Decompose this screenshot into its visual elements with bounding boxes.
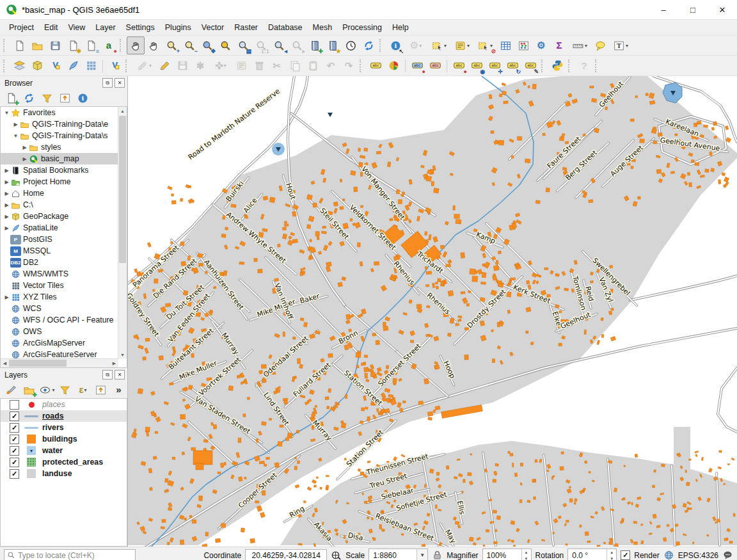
current-edits-dropdown-arrow[interactable]: ▾: [149, 63, 152, 68]
menu-vector[interactable]: Vector: [196, 21, 229, 34]
add-selected-layers-button[interactable]: ✚: [3, 90, 20, 106]
browser-item-qgis-training-data-e[interactable]: ▶QGIS-Training-Data\e: [1, 118, 118, 130]
expander-icon[interactable]: ▶: [3, 202, 10, 208]
browser-item-vector-tiles[interactable]: Vector Tiles: [1, 280, 118, 291]
rotate-label-button[interactable]: ↻: [503, 57, 521, 75]
browser-item-mssql[interactable]: MMSSQL: [1, 245, 118, 257]
move-label-button[interactable]: ✛: [486, 57, 503, 75]
scale-combobox[interactable]: 1:8860 ▼: [368, 548, 428, 560]
field-calculator-button[interactable]: [514, 36, 532, 54]
new-shapefile-layer-button[interactable]: [46, 57, 64, 75]
select-features-button[interactable]: ▾: [427, 36, 450, 54]
layer-visibility-checkbox[interactable]: ✓: [10, 435, 19, 444]
minimize-button[interactable]: –: [649, 0, 678, 19]
expander-icon[interactable]: ▶: [12, 122, 19, 127]
scale-dropdown-arrow[interactable]: ▼: [416, 549, 427, 560]
rotation-spinbox[interactable]: 0.0 ° ▲▼: [567, 548, 617, 560]
magnifier-spinbox[interactable]: 100% ▲▼: [482, 548, 532, 560]
browser-horizontal-scrollbar[interactable]: ◀▶: [1, 358, 118, 367]
menu-raster[interactable]: Raster: [229, 21, 263, 34]
expander-icon[interactable]: ▶: [3, 191, 10, 196]
toolbar-handle[interactable]: [360, 60, 364, 72]
new-project-button[interactable]: [10, 36, 28, 54]
text-annotation-dropdown-arrow[interactable]: ▾: [626, 43, 628, 49]
browser-item-spatial-bookmarks[interactable]: ▶Spatial Bookmarks: [1, 164, 118, 176]
layer-visibility-checkbox[interactable]: ✓: [10, 423, 19, 433]
deselect-features-button[interactable]: ⊘▾: [473, 36, 496, 54]
coordinate-field[interactable]: 20.46259,-34.02814: [245, 549, 327, 560]
layer-visibility-checkbox[interactable]: ✓: [10, 412, 19, 421]
toolbar-handle[interactable]: [125, 60, 130, 72]
overflow-button[interactable]: »: [110, 381, 127, 398]
zoom-full-button[interactable]: ✥: [198, 36, 216, 54]
browser-item-home[interactable]: ▶Home: [1, 188, 118, 199]
zoom-to-selection-button[interactable]: [216, 36, 234, 54]
browser-item-project-home[interactable]: ▶Project Home: [1, 176, 118, 188]
select-features-by-value-dropdown-arrow[interactable]: ▾: [467, 43, 470, 49]
toolbar-handle[interactable]: [120, 39, 124, 52]
show-hide-labels-button[interactable]: ◉: [468, 57, 486, 75]
menu-processing[interactable]: Processing: [337, 21, 387, 34]
menu-settings[interactable]: Settings: [121, 21, 160, 34]
run-feature-action-dropdown-arrow[interactable]: ▾: [419, 43, 422, 49]
expander-icon[interactable]: ▶: [21, 145, 28, 150]
new-print-layout-button[interactable]: ✱: [64, 36, 82, 54]
browser-item-arcgismapserver[interactable]: ArcGisMapServer: [1, 337, 118, 349]
open-attribute-table-button[interactable]: [496, 36, 514, 54]
expander-icon[interactable]: ▼: [12, 133, 19, 139]
pin-unpin-labels-button[interactable]: ●: [408, 57, 426, 75]
new-temporary-scratch-layer-button[interactable]: [82, 57, 100, 75]
identify-features-button[interactable]: ↖: [386, 36, 404, 54]
browser-item-wcs[interactable]: WCS: [1, 303, 118, 314]
lock-scale-icon[interactable]: [432, 550, 443, 560]
select-features-dropdown-arrow[interactable]: ▾: [444, 43, 447, 49]
pan-to-selection-button[interactable]: [145, 36, 162, 54]
processing-toolbox-button[interactable]: ⚙: [532, 36, 550, 54]
browser-item-db2[interactable]: DB2DB2: [1, 257, 118, 268]
zoom-last-button[interactable]: ◂: [270, 36, 288, 54]
filter-legend-by-expression-dropdown-arrow[interactable]: ▾: [84, 387, 87, 393]
extents-toggle-icon[interactable]: [331, 550, 342, 560]
browser-vertical-scrollbar[interactable]: ▲▼: [118, 107, 127, 359]
browser-item-qgis-training-data-s[interactable]: ▼QGIS-Training-Data\s: [1, 130, 118, 141]
new-spatial-bookmark-button[interactable]: ✚: [306, 36, 324, 54]
layers-float-button[interactable]: ⧉: [102, 370, 113, 380]
browser-item-wms-wmts[interactable]: WMS/WMTS: [1, 268, 118, 280]
expander-icon[interactable]: ▶: [3, 294, 10, 300]
filter-legend-by-expression-button[interactable]: ε▾: [74, 381, 91, 398]
menu-database[interactable]: Database: [263, 21, 308, 34]
browser-item-styles[interactable]: ▶styles: [1, 141, 118, 153]
menu-help[interactable]: Help: [387, 21, 414, 34]
layer-visibility-checkbox[interactable]: [10, 400, 19, 410]
menu-plugins[interactable]: Plugins: [160, 21, 196, 34]
browser-item-basic-map[interactable]: ▶basic_map: [1, 153, 118, 164]
browser-item-spatialite[interactable]: ▶SpatiaLite: [1, 222, 118, 234]
expander-icon[interactable]: ▼: [3, 110, 10, 116]
layer-visibility-checkbox[interactable]: ✓: [10, 469, 19, 479]
filter-browser-button[interactable]: [38, 90, 56, 106]
crs-globe-icon[interactable]: [663, 550, 674, 560]
messages-icon[interactable]: [722, 550, 733, 560]
new-virtual-layer-button[interactable]: [106, 57, 123, 75]
open-data-source-manager-button[interactable]: [10, 57, 28, 75]
new-geopackage-layer-button[interactable]: [28, 57, 46, 75]
pin-label-button[interactable]: ●: [450, 57, 468, 75]
browser-close-button[interactable]: ✕: [115, 78, 125, 88]
new-spatialite-layer-button[interactable]: [64, 57, 82, 75]
highlight-pinned-labels-button[interactable]: [426, 57, 444, 75]
map-canvas[interactable]: Road to Marloth Nature ReserveBuirskiAli…: [128, 76, 737, 547]
toolbar-handle[interactable]: [568, 60, 573, 72]
change-label-button[interactable]: ✎: [521, 57, 539, 75]
expander-icon[interactable]: ▶: [3, 225, 10, 231]
select-features-by-value-button[interactable]: ▾: [450, 36, 473, 54]
expander-icon[interactable]: ▶: [21, 156, 28, 162]
open-layer-styling-panel-button[interactable]: [3, 381, 20, 398]
layer-diagram-options-button[interactable]: [384, 57, 402, 75]
python-console-button[interactable]: [548, 57, 566, 75]
manage-map-themes-dropdown-arrow[interactable]: ▾: [52, 387, 54, 393]
measure-button[interactable]: ▾: [568, 36, 591, 54]
filter-legend-button[interactable]: [56, 381, 74, 398]
toolbar-handle[interactable]: [379, 39, 384, 52]
layer-visibility-checkbox[interactable]: ✓: [10, 446, 19, 456]
zoom-out-button[interactable]: −: [180, 36, 198, 54]
